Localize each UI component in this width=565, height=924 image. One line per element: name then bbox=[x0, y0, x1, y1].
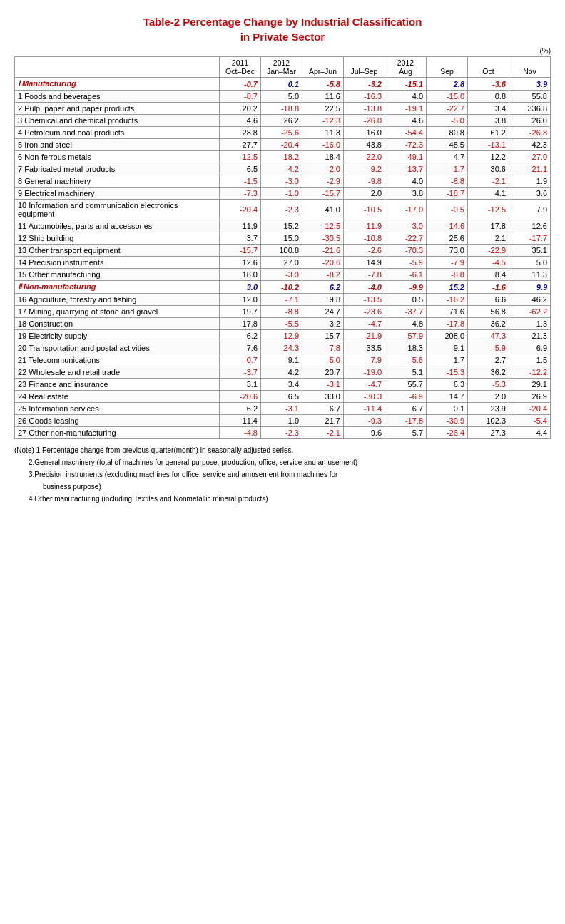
data-cell: -17.8 bbox=[385, 415, 427, 427]
row-label: 4 Petroleum and coal products bbox=[15, 127, 220, 139]
data-cell: 2.7 bbox=[468, 354, 509, 366]
data-cell: -0.7 bbox=[220, 78, 261, 91]
row-label: 5 Iron and steel bbox=[15, 139, 220, 151]
data-cell: 21.7 bbox=[302, 415, 344, 427]
col-header-oct: Oct bbox=[468, 57, 509, 78]
table-row: 14 Precision instruments12.627.0-20.614.… bbox=[15, 257, 551, 269]
data-cell: 4.0 bbox=[385, 91, 427, 103]
data-cell: 12.2 bbox=[468, 151, 509, 163]
data-cell: -3.1 bbox=[302, 379, 344, 391]
row-label: 9 Electrical machinery bbox=[15, 188, 220, 200]
data-cell: 6.5 bbox=[261, 391, 302, 403]
data-table: 2011Oct–Dec 2012Jan–Mar Apr–Jun Jul–Sep … bbox=[14, 56, 551, 439]
data-cell: -5.9 bbox=[468, 342, 509, 354]
data-cell: 73.0 bbox=[427, 245, 468, 257]
data-cell: 27.0 bbox=[261, 257, 302, 269]
header-row-1: 2011Oct–Dec 2012Jan–Mar Apr–Jun Jul–Sep … bbox=[15, 57, 551, 78]
data-cell: 26.2 bbox=[261, 115, 302, 127]
data-cell: -12.5 bbox=[302, 220, 344, 232]
data-cell: -1.6 bbox=[468, 281, 509, 294]
data-cell: -62.2 bbox=[509, 306, 551, 318]
data-cell: 26.9 bbox=[509, 391, 551, 403]
row-label: 21 Telecommunications bbox=[15, 354, 220, 366]
data-cell: -8.7 bbox=[220, 91, 261, 103]
data-cell: -9.8 bbox=[344, 175, 385, 188]
data-cell: 100.8 bbox=[261, 245, 302, 257]
data-cell: 12.6 bbox=[509, 220, 551, 232]
data-cell: -8.8 bbox=[427, 269, 468, 281]
data-cell: -18.7 bbox=[427, 188, 468, 200]
table-row: 16 Agriculture, forestry and fishing12.0… bbox=[15, 294, 551, 306]
table-row: 21 Telecommunications-0.79.1-5.0-7.9-5.6… bbox=[15, 354, 551, 366]
row-label: 23 Finance and insurance bbox=[15, 379, 220, 391]
data-cell: -72.3 bbox=[385, 139, 427, 151]
data-cell: 1.9 bbox=[509, 175, 551, 188]
row-label: 10 Information and communication electro… bbox=[15, 200, 220, 220]
data-cell: -2.3 bbox=[261, 200, 302, 220]
data-cell: -3.2 bbox=[344, 78, 385, 91]
data-cell: -17.7 bbox=[509, 232, 551, 245]
data-cell: 2.0 bbox=[468, 391, 509, 403]
data-cell: 0.8 bbox=[468, 91, 509, 103]
data-cell: 41.0 bbox=[302, 200, 344, 220]
data-cell: 7.9 bbox=[509, 200, 551, 220]
data-cell: -23.6 bbox=[344, 306, 385, 318]
row-label: 26 Goods leasing bbox=[15, 415, 220, 427]
data-cell: -4.8 bbox=[220, 427, 261, 439]
col-header-2012aug: 2012Aug bbox=[385, 57, 427, 78]
data-cell: -11.4 bbox=[344, 403, 385, 415]
data-cell: 0.1 bbox=[427, 403, 468, 415]
data-cell: -14.6 bbox=[427, 220, 468, 232]
data-cell: 6.3 bbox=[427, 379, 468, 391]
data-cell: -13.8 bbox=[344, 103, 385, 115]
data-cell: -9.2 bbox=[344, 163, 385, 175]
data-cell: -13.7 bbox=[385, 163, 427, 175]
data-cell: -30.5 bbox=[302, 232, 344, 245]
data-cell: 5.0 bbox=[509, 257, 551, 269]
row-label: 20 Transportation and postal activities bbox=[15, 342, 220, 354]
row-label: 8 General machinery bbox=[15, 175, 220, 188]
table-row: 20 Transportation and postal activities7… bbox=[15, 342, 551, 354]
table-row: 18 Construction17.8-5.53.2-4.74.8-17.836… bbox=[15, 318, 551, 330]
data-cell: -47.3 bbox=[468, 330, 509, 342]
data-cell: -2.3 bbox=[261, 427, 302, 439]
data-cell: 11.6 bbox=[302, 91, 344, 103]
data-cell: 208.0 bbox=[427, 330, 468, 342]
row-label: 12 Ship building bbox=[15, 232, 220, 245]
row-label: 3 Chemical and chemical products bbox=[15, 115, 220, 127]
table-row: 7 Fabricated metal products6.5-4.2-2.0-9… bbox=[15, 163, 551, 175]
data-cell: -15.7 bbox=[220, 245, 261, 257]
row-label: 27 Other non-manufacturing bbox=[15, 427, 220, 439]
data-cell: 336.8 bbox=[509, 103, 551, 115]
data-cell: -20.4 bbox=[509, 403, 551, 415]
data-cell: 8.4 bbox=[468, 269, 509, 281]
data-cell: 33.0 bbox=[302, 391, 344, 403]
data-cell: -2.1 bbox=[468, 175, 509, 188]
table-row: 11 Automobiles, parts and accessories11.… bbox=[15, 220, 551, 232]
data-cell: -5.0 bbox=[427, 115, 468, 127]
data-cell: 6.2 bbox=[220, 403, 261, 415]
data-cell: -24.3 bbox=[261, 342, 302, 354]
row-label: 25 Information services bbox=[15, 403, 220, 415]
table-row: 2 Pulp, paper and paper products20.2-18.… bbox=[15, 103, 551, 115]
data-cell: -21.9 bbox=[344, 330, 385, 342]
data-cell: -26.4 bbox=[427, 427, 468, 439]
table-row: 26 Goods leasing11.41.021.7-9.3-17.8-30.… bbox=[15, 415, 551, 427]
data-cell: 35.1 bbox=[509, 245, 551, 257]
data-cell: 19.7 bbox=[220, 306, 261, 318]
table-row: 6 Non-ferrous metals-12.5-18.218.4-22.0-… bbox=[15, 151, 551, 163]
table-row: 27 Other non-manufacturing-4.8-2.3-2.19.… bbox=[15, 427, 551, 439]
data-cell: -22.0 bbox=[344, 151, 385, 163]
data-cell: 1.7 bbox=[427, 354, 468, 366]
data-cell: -10.8 bbox=[344, 232, 385, 245]
data-cell: 4.0 bbox=[385, 175, 427, 188]
table-row: 25 Information services6.2-3.16.7-11.46.… bbox=[15, 403, 551, 415]
data-cell: -1.0 bbox=[261, 188, 302, 200]
data-cell: -21.1 bbox=[509, 163, 551, 175]
table-row: 15 Other manufacturing18.0-3.0-8.2-7.8-6… bbox=[15, 269, 551, 281]
data-cell: -0.5 bbox=[427, 200, 468, 220]
data-cell: 0.5 bbox=[385, 294, 427, 306]
data-cell: -22.9 bbox=[468, 245, 509, 257]
data-cell: -4.7 bbox=[344, 379, 385, 391]
data-cell: 3.9 bbox=[509, 78, 551, 91]
